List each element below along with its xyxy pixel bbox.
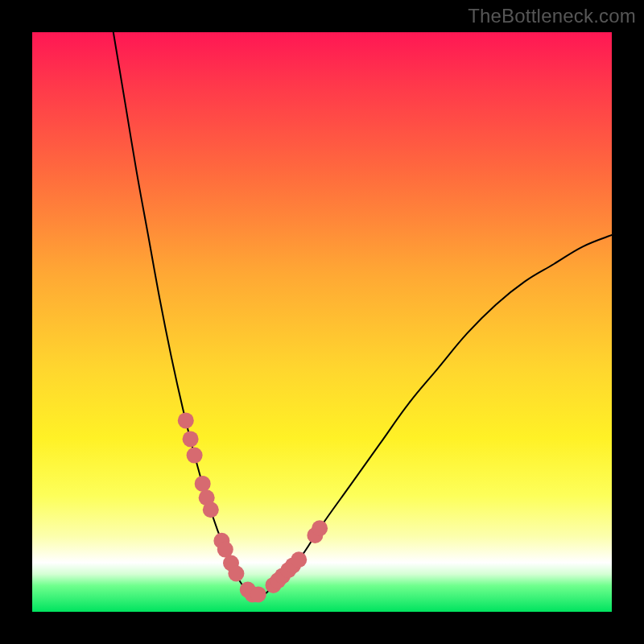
bead-marker [312, 520, 328, 536]
watermark-text: TheBottleneck.com [468, 5, 636, 27]
bead-marker [178, 412, 194, 428]
bead-marker [187, 448, 203, 464]
bead-marker [183, 431, 199, 447]
bead-marker [228, 566, 244, 582]
bead-group [178, 412, 328, 602]
curve-svg [32, 32, 612, 612]
bead-marker [250, 586, 266, 602]
bead-marker [203, 502, 219, 518]
bottleneck-curve [114, 32, 612, 597]
chart-frame: TheBottleneck.com [0, 0, 644, 644]
bead-marker [291, 551, 307, 568]
bead-marker [195, 476, 211, 492]
plot-area [32, 32, 612, 612]
